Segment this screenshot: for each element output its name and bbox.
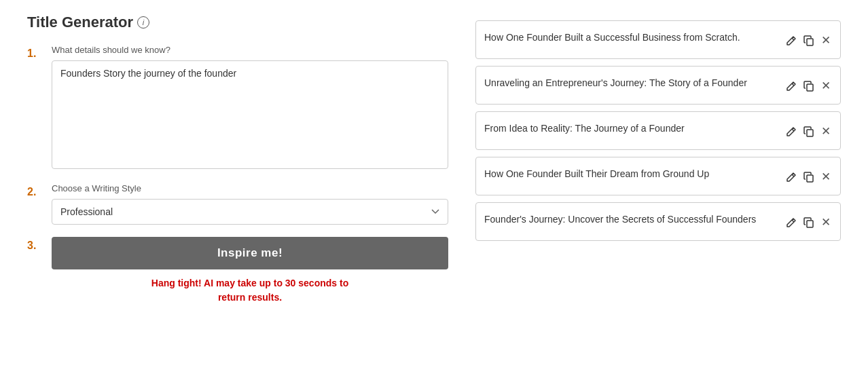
right-panel: How One Founder Built a Successful Busin…	[475, 14, 841, 317]
result-text-3: From Idea to Reality: The Journey of a F…	[484, 121, 778, 136]
writing-style-select[interactable]: Professional Casual Formal Creative Info…	[52, 199, 448, 225]
card-actions-5: ✕	[784, 212, 832, 231]
step-3-section: 3. Inspire me! Hang tight! AI may take u…	[27, 237, 448, 305]
copy-icon-5	[803, 217, 814, 228]
copy-button-5[interactable]	[802, 216, 816, 229]
result-text-5: Founder's Journey: Uncover the Secrets o…	[484, 212, 778, 227]
details-textarea[interactable]: Founders Story the journey of the founde…	[52, 60, 448, 169]
edit-button-1[interactable]	[784, 34, 798, 48]
step-1-number: 1.	[27, 45, 41, 60]
result-text-2: Unraveling an Entrepreneur's Journey: Th…	[484, 76, 778, 90]
step-2-section: 2. Choose a Writing Style Professional C…	[27, 183, 448, 225]
step-3-number: 3.	[27, 237, 41, 252]
remove-button-2[interactable]: ✕	[820, 77, 832, 94]
page-title-section: Title Generator i	[27, 14, 448, 31]
svg-rect-1	[807, 84, 813, 91]
card-actions-1: ✕	[784, 31, 832, 49]
result-card-4: How One Founder Built Their Dream from G…	[475, 157, 841, 195]
svg-rect-4	[807, 221, 813, 227]
step-2-number: 2.	[27, 183, 41, 198]
result-card-2: Unraveling an Entrepreneur's Journey: Th…	[475, 66, 841, 105]
edit-button-2[interactable]	[784, 79, 798, 93]
result-card-3: From Idea to Reality: The Journey of a F…	[475, 111, 841, 150]
remove-button-5[interactable]: ✕	[820, 214, 832, 231]
card-actions-3: ✕	[784, 121, 832, 140]
step-1-section: 1. What details should we know? Founders…	[27, 45, 448, 171]
copy-button-2[interactable]	[802, 79, 816, 93]
wait-message: Hang tight! AI may take up to 30 seconds…	[52, 276, 448, 305]
remove-button-4[interactable]: ✕	[820, 168, 832, 185]
copy-button-1[interactable]	[802, 34, 816, 48]
edit-icon-1	[786, 35, 797, 46]
result-text-4: How One Founder Built Their Dream from G…	[484, 167, 778, 181]
result-text-1: How One Founder Built a Successful Busin…	[484, 31, 778, 45]
svg-rect-0	[807, 39, 813, 45]
inspire-button[interactable]: Inspire me!	[52, 237, 448, 269]
remove-button-3[interactable]: ✕	[820, 123, 832, 140]
edit-icon-5	[786, 217, 797, 228]
info-icon[interactable]: i	[137, 16, 149, 29]
edit-icon-3	[786, 126, 797, 137]
copy-icon-1	[803, 35, 814, 46]
copy-button-3[interactable]	[802, 125, 816, 138]
edit-button-3[interactable]	[784, 125, 798, 138]
step-2-label: Choose a Writing Style	[52, 183, 448, 193]
svg-rect-3	[807, 175, 813, 182]
remove-button-1[interactable]: ✕	[820, 32, 832, 49]
result-card-1: How One Founder Built a Successful Busin…	[475, 20, 841, 59]
svg-rect-2	[807, 130, 813, 136]
step-1-label: What details should we know?	[52, 45, 448, 55]
left-panel: Title Generator i 1. What details should…	[27, 14, 448, 317]
card-actions-4: ✕	[784, 167, 832, 185]
card-actions-2: ✕	[784, 76, 832, 94]
step-2-content: Choose a Writing Style Professional Casu…	[52, 183, 448, 225]
page-title: Title Generator	[27, 14, 133, 31]
copy-icon-2	[803, 81, 814, 92]
step-3-content: Inspire me! Hang tight! AI may take up t…	[52, 237, 448, 305]
edit-button-5[interactable]	[784, 216, 798, 229]
copy-icon-3	[803, 126, 814, 137]
edit-button-4[interactable]	[784, 170, 798, 184]
copy-button-4[interactable]	[802, 170, 816, 184]
result-card-5: Founder's Journey: Uncover the Secrets o…	[475, 202, 841, 241]
copy-icon-4	[803, 172, 814, 183]
main-container: Title Generator i 1. What details should…	[0, 0, 868, 331]
edit-icon-2	[786, 81, 797, 92]
step-1-content: What details should we know? Founders St…	[52, 45, 448, 171]
edit-icon-4	[786, 172, 797, 183]
